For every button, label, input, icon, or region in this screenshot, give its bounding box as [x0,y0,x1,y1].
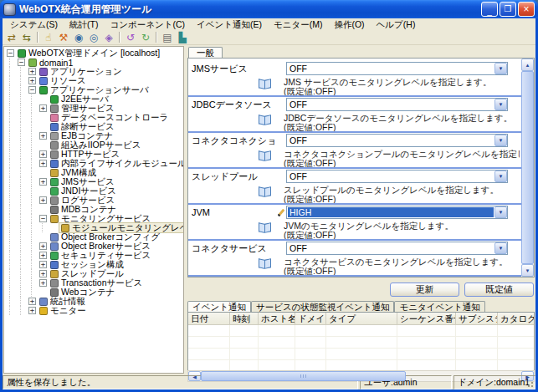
tree-item-28[interactable]: +統計情報 [5,297,183,306]
tree-expander[interactable]: + [28,68,36,75]
hscroll-thumb[interactable] [201,371,406,381]
tree-expander[interactable]: + [39,160,47,167]
tree-expander[interactable]: + [39,132,47,140]
close-button[interactable]: × [518,2,535,17]
tree-guide [27,278,38,288]
import-config-icon[interactable]: ⇆ [19,31,34,44]
setting-row-line2: コネクタサービスのモニタリングレベルを指定します。(既定値:OFF) [192,257,520,276]
tree-guide [5,150,16,159]
combo-arrow-icon[interactable]: ▼ [494,206,507,218]
tab-general[interactable]: 一般 [188,47,223,58]
tree-expander[interactable]: + [39,150,47,158]
setting-select[interactable]: OFF▼ [286,170,508,183]
setting-select[interactable]: OFF▼ [286,98,508,111]
setting-description: JVMのモニタリングレベルを指定します。(既定値:OFF) [284,221,453,240]
setting-select[interactable]: OFF▼ [286,242,508,255]
combo-arrow-icon[interactable]: ▼ [494,171,507,182]
chart-icon[interactable]: ▙ [175,31,190,44]
setting-select[interactable]: OFF▼ [286,134,508,147]
table-cell [456,349,498,359]
tree-node[interactable]: WebOTX管理ドメイン [localhost] [16,48,161,58]
tree-node[interactable]: モニター [38,306,88,315]
refresh-back-icon[interactable]: ↺ [123,31,138,44]
tree-guide [16,150,27,159]
setting-row-line2: JMS サービスのモニタリングレベルを指定します。(既定値:OFF) [192,78,520,96]
scroll-up-button[interactable]: ▲ [521,59,534,71]
event-tab-1[interactable]: イベント通知 [187,301,251,312]
column-header-3[interactable]: ホスト名 [259,313,295,324]
event-tab-2[interactable]: サービスの状態監視イベント通知 [251,301,394,312]
column-header-7[interactable]: サブシステムID [456,313,498,324]
export-config-icon[interactable]: ⇄ [4,31,19,44]
tree-expander[interactable]: + [39,196,47,204]
db-controller-icon [50,114,59,122]
resize-grip[interactable] [525,379,535,389]
column-header-1[interactable]: 日付 [188,313,230,324]
event-tab-3[interactable]: モニタイベント通知 [394,301,484,312]
scroll-thumb[interactable] [521,71,534,264]
tree-expander[interactable]: + [39,261,47,268]
book-icon [259,115,272,125]
tree-expander[interactable]: + [39,279,47,287]
tree-expander[interactable]: + [39,252,47,259]
tree-expander[interactable]: + [28,77,36,84]
default-value-button[interactable]: 既定値 [464,283,534,297]
setting-row-line2: JVMのモニタリングレベルを指定します。(既定値:OFF) [192,221,520,240]
main-area: −WebOTX管理ドメイン [localhost]−domain1+アプリケーシ… [3,45,535,374]
tree-guide [27,223,38,232]
combo-arrow-icon[interactable]: ▼ [494,242,507,254]
combo-arrow-icon[interactable]: ▼ [494,63,507,74]
tree-expander[interactable]: + [39,242,47,250]
menu-item-1[interactable]: システム(S) [4,19,64,31]
scroll-down-button[interactable]: ▼ [521,264,534,277]
column-header-6[interactable]: シーケンス番号 [397,313,456,324]
tree-expander[interactable]: + [28,307,36,314]
combo-arrow-icon[interactable]: ▼ [494,135,507,146]
tree-guide [5,94,16,104]
update-button[interactable]: 更新 [390,283,459,297]
minimize-button[interactable]: _ [481,2,498,17]
package-icon[interactable]: ◈ [101,31,116,44]
setting-select[interactable]: OFF▼ [286,62,508,75]
tree-expander[interactable]: − [28,86,36,94]
printer-icon[interactable]: ▤ [160,31,175,44]
combo-arrow-icon[interactable]: ▼ [494,99,507,110]
column-header-4[interactable]: ドメイン名 [295,313,326,324]
table-cell [259,349,295,359]
thread-pool-icon [50,270,59,278]
tree-expander[interactable]: − [7,49,14,57]
menu-item-4[interactable]: イベント通知(E) [191,19,268,31]
install-icon[interactable]: ☝ [41,31,56,44]
deploy-icon[interactable]: ⚒ [56,31,71,44]
tree-item-3[interactable]: +アプリケーション [5,67,183,76]
tree-expander[interactable]: − [39,215,47,222]
maximize-button[interactable]: ❒ [500,2,516,17]
tree-expander[interactable]: + [39,270,47,277]
column-header-8[interactable]: カタログID [498,313,535,324]
tree-expander[interactable]: + [39,178,47,186]
tree-expander[interactable]: + [28,298,36,305]
tree-item-27[interactable]: Webコンテナ [5,288,183,297]
refresh-forward-icon[interactable]: ↻ [138,31,153,44]
setting-select[interactable]: HIGH▼ [286,206,508,219]
menu-item-6[interactable]: 操作(O) [328,19,370,31]
setting-row-1: JMSサービスOFF▼JMS サービスのモニタリングレベルを指定します。(既定値… [192,61,520,97]
settings-scrollbar[interactable]: ▲ ▼ [521,59,534,277]
column-header-2[interactable]: 時刻 [230,313,259,324]
tree-guide [27,150,38,159]
tree-guide [16,269,27,278]
column-header-5[interactable]: タイプ [326,313,397,324]
tree-expander[interactable]: − [18,59,25,66]
menu-item-7[interactable]: ヘルプ(H) [371,19,422,31]
menu-item-5[interactable]: モニター(M) [268,19,328,31]
tree-item-29[interactable]: +モニター [5,306,183,315]
tree-item-1[interactable]: −WebOTX管理ドメイン [localhost] [5,48,183,58]
table-cell [295,349,326,359]
inspect-icon[interactable]: ◎ [86,31,101,44]
title-bar[interactable]: WebOTX統合運用管理ツール _ ❒ × [0,0,538,18]
search-icon[interactable]: ◉ [71,31,86,44]
tree-expander[interactable]: + [39,104,47,112]
menu-item-2[interactable]: 統計(T) [64,19,104,31]
tree-guide [16,297,27,306]
menu-item-3[interactable]: コンポーネント(C) [104,19,191,31]
